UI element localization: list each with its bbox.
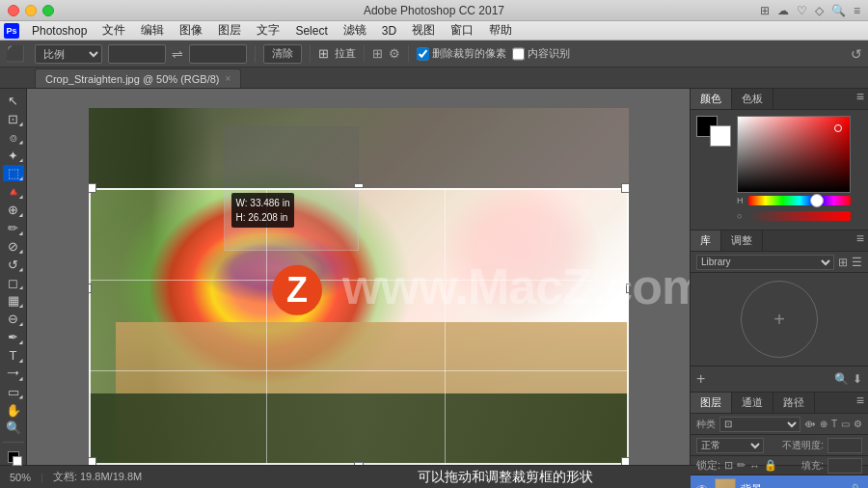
menu-image[interactable]: 图像 — [173, 20, 209, 41]
panel-menu-icon[interactable]: ≡ — [853, 89, 868, 109]
list-view-icon[interactable]: ☰ — [852, 256, 862, 269]
filter-icon-3[interactable]: T — [831, 419, 837, 429]
menu-edit[interactable]: 编辑 — [134, 20, 171, 41]
tool-pen[interactable]: ✒ — [3, 329, 24, 345]
menu-layer[interactable]: 图层 — [211, 20, 248, 41]
blend-mode-select[interactable]: 正常 — [696, 438, 764, 453]
content-aware-checkbox[interactable] — [512, 44, 525, 64]
tool-hand[interactable]: ✋ — [3, 402, 24, 419]
opacity-slider[interactable] — [748, 211, 851, 221]
tool-gradient[interactable]: ▦ — [3, 292, 24, 309]
menu-select[interactable]: Select — [288, 22, 334, 40]
libraries-menu-icon[interactable]: ≡ — [853, 230, 868, 251]
menu-view[interactable]: 视图 — [405, 20, 442, 41]
add-lib-btn[interactable]: + — [696, 370, 705, 388]
separator-3 — [364, 45, 365, 63]
tool-path-select[interactable]: ⭢ — [3, 366, 24, 382]
menu-file[interactable]: 文件 — [95, 20, 132, 41]
tool-eyedropper[interactable]: 🔺 — [3, 183, 24, 200]
tool-eraser[interactable]: ◻ — [3, 275, 24, 291]
tool-fg-bg[interactable] — [3, 448, 24, 465]
close-button[interactable] — [8, 5, 19, 16]
tool-healing[interactable]: ⊕ — [3, 202, 24, 218]
crop-handle-bl[interactable] — [89, 457, 96, 465]
grid-view-icon[interactable]: ⊞ — [838, 256, 848, 269]
menu-help[interactable]: 帮助 — [482, 20, 519, 41]
filter-icon-2[interactable]: ⊕ — [820, 419, 827, 429]
tool-history-brush[interactable]: ↺ — [3, 257, 24, 273]
layers-menu-icon[interactable]: ≡ — [853, 393, 868, 413]
tool-zoom[interactable]: 🔍 — [3, 420, 24, 436]
hue-thumb[interactable] — [810, 194, 824, 207]
tab-paths[interactable]: 路径 — [773, 393, 815, 413]
layers-tabs: 图层 通道 路径 ≡ — [691, 393, 868, 414]
width-input[interactable] — [108, 44, 166, 64]
crop-handle-tr[interactable] — [621, 183, 629, 193]
content-aware-label[interactable]: 内容识别 — [512, 44, 570, 64]
opacity-label: 不透明度: — [782, 439, 824, 452]
tool-lasso[interactable]: ⌾ — [3, 129, 24, 146]
color-gradient[interactable] — [737, 116, 851, 193]
kind-select[interactable]: ⊡ — [719, 417, 800, 432]
tool-marquee[interactable]: ⊡ — [3, 111, 24, 127]
tab-bar: Crop_Straighten.jpg @ 50% (RGB/8) × — [0, 68, 868, 89]
filter-icon-5[interactable]: ⚙ — [854, 419, 862, 429]
filter-icon-4[interactable]: ▭ — [841, 419, 850, 429]
swap-icon[interactable]: ⇌ — [172, 46, 183, 62]
width-value: 33.486 in — [250, 198, 289, 208]
ratio-select[interactable]: 比例 — [35, 44, 102, 64]
import-lib-icon[interactable]: ⬇ — [853, 372, 862, 386]
image-container[interactable]: W: 33.486 in H: 26.208 in Z www.MacZ.com — [89, 108, 629, 465]
canvas-area[interactable]: W: 33.486 in H: 26.208 in Z www.MacZ.com — [27, 89, 690, 465]
tool-move[interactable]: ↖ — [3, 93, 24, 109]
libraries-selector-row: Library ⊞ ☰ — [691, 252, 868, 273]
tab-adjustments[interactable]: 调整 — [721, 230, 763, 251]
height-input[interactable] — [189, 44, 247, 64]
status-separator: | — [41, 472, 43, 483]
menu-photoshop[interactable]: Photoshop — [25, 22, 94, 40]
background-color[interactable] — [710, 125, 731, 147]
tool-dodge[interactable]: ⊖ — [3, 311, 24, 327]
tool-shape[interactable]: ▭ — [3, 384, 24, 400]
tab-color[interactable]: 颜色 — [691, 89, 732, 109]
crop-handle-br[interactable] — [621, 457, 629, 465]
tool-crop[interactable]: ⬚ — [3, 165, 24, 181]
minimize-button[interactable] — [25, 5, 37, 16]
undo-icon[interactable]: ↺ — [851, 46, 862, 62]
tool-quick-select[interactable]: ✦ — [3, 148, 24, 164]
crop-handle-bm[interactable] — [354, 462, 364, 465]
menu-type[interactable]: 文字 — [250, 20, 286, 41]
menu-3d[interactable]: 3D — [375, 22, 403, 40]
document-tab[interactable]: Crop_Straighten.jpg @ 50% (RGB/8) × — [35, 68, 241, 88]
crop-handle-mr[interactable] — [626, 284, 629, 293]
tool-brush[interactable]: ✏ — [3, 220, 24, 236]
tab-libraries[interactable]: 库 — [691, 230, 721, 251]
crop-handle-tm[interactable] — [354, 183, 364, 188]
settings-icon[interactable]: ⚙ — [389, 46, 400, 61]
tool-type[interactable]: T — [3, 347, 24, 364]
fg-bg-colors[interactable] — [696, 116, 731, 147]
tab-layers[interactable]: 图层 — [691, 393, 732, 413]
hue-slider[interactable] — [748, 196, 851, 205]
separator-1 — [255, 45, 256, 63]
tab-channels[interactable]: 通道 — [732, 393, 773, 413]
menu-filter[interactable]: 滤镜 — [337, 20, 373, 41]
crop-handle-tl[interactable] — [89, 183, 96, 193]
color-picker-cursor — [834, 124, 842, 132]
tab-swatches[interactable]: 色板 — [732, 89, 773, 109]
delete-cropped-checkbox[interactable] — [417, 44, 429, 64]
clear-button[interactable]: 清除 — [263, 44, 302, 64]
app-title: Adobe Photoshop CC 2017 — [364, 4, 504, 17]
delete-cropped-label[interactable]: 删除裁剪的像素 — [417, 44, 506, 64]
zoom-level[interactable]: 50% — [10, 472, 31, 483]
opacity-input[interactable]: 100% — [827, 438, 862, 453]
crop-handle-ml[interactable] — [89, 284, 92, 293]
maximize-button[interactable] — [42, 5, 54, 16]
menu-window[interactable]: 窗口 — [444, 20, 480, 41]
search-lib-icon[interactable]: 🔍 — [834, 372, 849, 386]
right-bloom — [440, 179, 602, 322]
tool-clone[interactable]: ⊘ — [3, 238, 24, 255]
libraries-select[interactable]: Library — [696, 255, 834, 270]
filter-icon-1[interactable]: ⟴ — [804, 419, 816, 429]
tab-close-button[interactable]: × — [226, 73, 231, 84]
